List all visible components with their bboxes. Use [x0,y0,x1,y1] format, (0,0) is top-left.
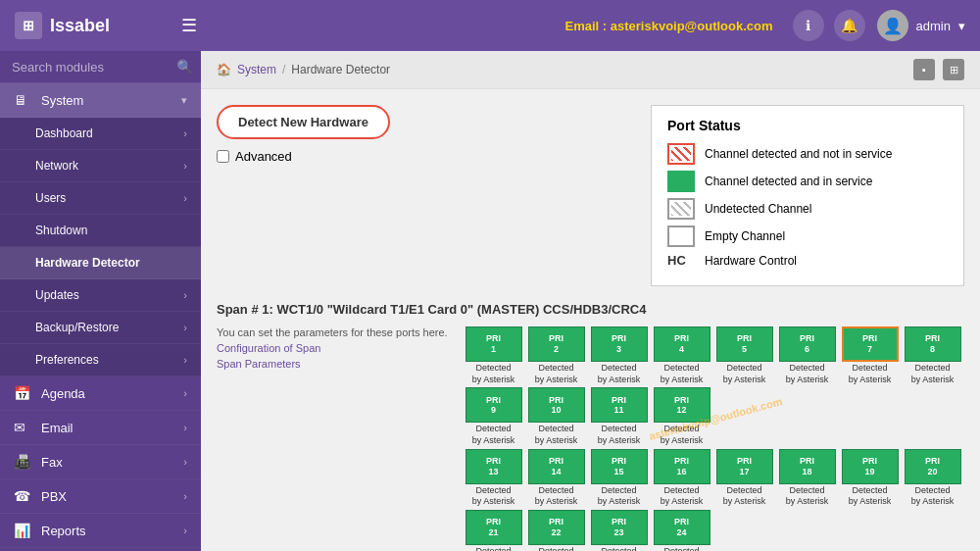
port-cell-15: PRI15Detectedby Asterisk [589,449,650,508]
legend-green-label: Channel detected and in service [705,175,872,188]
search-input[interactable] [12,60,176,75]
user-menu[interactable]: 👤 admin ▾ [877,10,965,41]
advanced-checkbox[interactable] [217,150,229,163]
sidebar-item-dashboard[interactable]: Dashboard › [0,118,201,150]
legend-red-label: Channel detected and not in service [705,147,892,161]
port-box-2[interactable]: PRI2 [528,326,585,362]
port-cell-14: PRI14Detectedby Asterisk [526,449,587,508]
port-box-21[interactable]: PRI21 [466,510,522,545]
port-label-16: Detectedby Asterisk [661,485,704,508]
port-label-20: Detectedby Asterisk [911,485,955,508]
span-info: You can set the parameters for these por… [217,326,448,551]
port-label-9: Detectedby Asterisk [472,424,515,446]
port-box-3[interactable]: PRI3 [591,326,648,362]
legend-empty-box [667,225,695,247]
port-cell-9: PRI9Detectedby Asterisk [464,387,524,446]
breadcrumb-icon-btn-1[interactable]: ▪ [913,59,935,80]
main-content: 🏠 System / Hardware Detector ▪ ⊞ Port St… [201,51,980,551]
port-box-20[interactable]: PRI20 [905,449,961,484]
port-cell-16: PRI16Detectedby Asterisk [652,449,712,508]
info-button[interactable]: ℹ [793,10,824,41]
sidebar-item-reports[interactable]: 📊 Reports › [0,514,201,548]
port-box-12[interactable]: PRI12 [654,387,710,423]
sidebar-search-bar: 🔍 [0,51,201,83]
sidebar-item-updates[interactable]: Updates › [0,279,201,312]
port-cell-24: PRI24Detectedby Asterisk [652,510,712,551]
port-box-22[interactable]: PRI22 [528,510,585,545]
port-box-15[interactable]: PRI15 [591,449,648,484]
port-box-18[interactable]: PRI18 [779,449,836,484]
port-box-4[interactable]: PRI4 [654,326,710,362]
sidebar: 🔍 🖥 System ▾ Dashboard › Network › Users… [0,51,201,551]
port-box-7[interactable]: PRI7 [842,326,899,362]
port-cell-22: PRI22Detectedby Asterisk [526,510,587,551]
sidebar-item-email[interactable]: ✉ Email › [0,411,201,445]
span-title: Span # 1: WCT1/0 "Wildcard T1/E1 Card 0"… [217,302,964,317]
port-label-3: Detectedby Asterisk [598,363,641,385]
port-cell-21: PRI21Detectedby Asterisk [464,510,524,551]
sidebar-item-shutdown[interactable]: Shutdown [0,215,201,247]
breadcrumb-icon-btn-2[interactable]: ⊞ [943,59,964,80]
breadcrumb-system[interactable]: System [237,63,276,76]
port-box-9[interactable]: PRI9 [466,387,522,423]
port-label-17: Detectedby Asterisk [723,485,766,508]
home-icon: 🏠 [217,63,231,76]
username: admin [916,19,951,33]
port-box-8[interactable]: PRI8 [905,326,961,362]
breadcrumb-current: Hardware Detector [291,63,390,76]
port-cell-17: PRI17Detectedby Asterisk [714,449,775,508]
page-content: Port Status Channel detected and not in … [201,89,980,551]
port-label-14: Detectedby Asterisk [535,485,578,508]
port-box-19[interactable]: PRI19 [842,449,899,484]
sidebar-item-fax[interactable]: 📠 Fax › [0,445,201,479]
port-box-10[interactable]: PRI10 [528,387,585,423]
port-box-6[interactable]: PRI6 [779,326,836,362]
breadcrumb-actions: ▪ ⊞ [913,59,964,80]
port-box-11[interactable]: PRI11 [591,387,648,423]
sidebar-item-agenda[interactable]: 📅 Agenda › [0,376,201,411]
sidebar-item-hardware-detector[interactable]: Hardware Detector [0,247,201,279]
configuration-of-span-link[interactable]: Configuration of Span [217,342,448,354]
fax-icon: 📠 [14,454,31,470]
sidebar-item-backup-restore[interactable]: Backup/Restore › [0,312,201,344]
legend-undetected-label: Undetected Channel [705,202,811,216]
avatar: 👤 [877,10,908,41]
port-box-5[interactable]: PRI5 [716,326,773,362]
legend-green-box [667,171,695,192]
port-box-13[interactable]: PRI13 [466,449,522,484]
port-status-title: Port Status [667,118,948,133]
port-box-23[interactable]: PRI23 [591,510,648,545]
legend-hc-label: Hardware Control [705,254,797,268]
sidebar-item-preferences[interactable]: Preferences › [0,344,201,376]
bell-button[interactable]: 🔔 [834,10,865,41]
span-parameters-link[interactable]: Span Parameters [217,358,448,370]
port-cell-2: PRI2Detectedby Asterisk [526,326,587,385]
sidebar-item-system[interactable]: 🖥 System ▾ [0,83,201,118]
port-label-10: Detectedby Asterisk [535,424,578,446]
port-box-24[interactable]: PRI24 [654,510,710,545]
port-box-16[interactable]: PRI16 [654,449,710,484]
port-label-1: Detectedby Asterisk [472,363,515,385]
port-box-14[interactable]: PRI14 [528,449,585,484]
logo-icon: ⊞ [15,12,42,39]
sidebar-item-users[interactable]: Users › [0,182,201,215]
port-label-22: Detectedby Asterisk [535,546,578,551]
hamburger-button[interactable]: ☰ [181,15,197,36]
legend-undetected-box [667,198,695,220]
ports-row-1: PRI1Detectedby AsteriskPRI2Detectedby As… [464,326,964,447]
port-label-6: Detectedby Asterisk [786,363,829,385]
port-label-18: Detectedby Asterisk [786,485,829,508]
detect-new-hardware-button[interactable]: Detect New Hardware [217,105,390,139]
port-box-17[interactable]: PRI17 [716,449,773,484]
email-display: Email : asteriskvoip@outlook.com [565,19,773,33]
port-cell-6: PRI6Detectedby Asterisk [777,326,838,385]
breadcrumb: 🏠 System / Hardware Detector ▪ ⊞ [201,51,980,89]
sidebar-item-pbx[interactable]: ☎ PBX › [0,479,201,514]
port-box-1[interactable]: PRI1 [466,326,522,362]
port-label-11: Detectedby Asterisk [598,424,641,446]
advanced-label: Advanced [235,149,292,164]
search-icon: 🔍 [176,59,193,75]
logo-text: Issabel [50,16,110,36]
sidebar-item-network[interactable]: Network › [0,150,201,182]
port-label-15: Detectedby Asterisk [598,485,641,508]
